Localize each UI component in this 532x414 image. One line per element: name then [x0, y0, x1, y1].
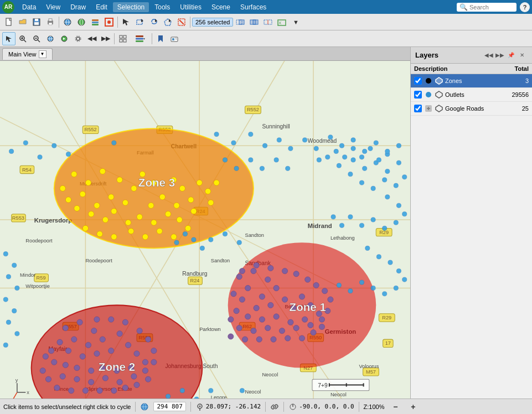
- svg-point-300: [396, 143, 401, 148]
- svg-point-166: [137, 214, 142, 220]
- locate-btn[interactable]: [168, 32, 181, 45]
- layer-row-outlets[interactable]: Outlets 29556: [411, 88, 532, 102]
- selection-count: 256 selected: [195, 19, 230, 25]
- menu-data[interactable]: Data: [18, 2, 40, 12]
- layers-collapse-right[interactable]: ▶▶: [494, 50, 505, 61]
- svg-point-328: [396, 268, 401, 273]
- selection-icon2[interactable]: [247, 15, 261, 29]
- select-polygon[interactable]: [161, 15, 174, 29]
- svg-point-193: [80, 354, 85, 359]
- status-text: Click items to select/unselect right cli…: [3, 403, 131, 410]
- layers-pin[interactable]: 📌: [505, 50, 516, 61]
- menu-utilities[interactable]: Utilities: [175, 2, 206, 12]
- forward-btn[interactable]: ▶▶: [99, 32, 112, 45]
- svg-text:R59: R59: [37, 275, 46, 281]
- selection-icon3[interactable]: [261, 15, 275, 29]
- globe-button[interactable]: [61, 15, 74, 29]
- svg-point-373: [183, 232, 187, 236]
- layer-checkbox-google-roads[interactable]: [414, 105, 422, 112]
- svg-rect-47: [120, 35, 122, 38]
- svg-point-161: [197, 180, 202, 185]
- zoom-in-status[interactable]: +: [406, 400, 420, 413]
- svg-point-264: [322, 288, 327, 293]
- link-indicator[interactable]: [270, 402, 279, 411]
- svg-point-238: [273, 285, 279, 291]
- more-button[interactable]: ▼: [289, 15, 302, 29]
- svg-point-367: [286, 166, 290, 170]
- select-tool[interactable]: [120, 15, 133, 29]
- layer-type-icon-outlets: [435, 90, 443, 99]
- zoom-out-status[interactable]: −: [389, 400, 402, 413]
- svg-point-260: [308, 322, 313, 328]
- save-button[interactable]: [30, 15, 43, 29]
- layer-row-google-roads[interactable]: Google Roads 25: [411, 102, 532, 116]
- back-btn[interactable]: ◀◀: [85, 32, 99, 45]
- menu-scene[interactable]: Scene: [207, 2, 235, 12]
- svg-point-278: [311, 330, 316, 335]
- main-view-tab[interactable]: Main View ▼: [2, 48, 53, 60]
- menu-view[interactable]: View: [42, 2, 65, 12]
- full-extent-btn[interactable]: [44, 32, 57, 45]
- svg-text:Lethabong: Lethabong: [330, 235, 355, 241]
- selection-icon1[interactable]: [234, 15, 247, 29]
- select-lasso[interactable]: [147, 15, 161, 29]
- grid-btn[interactable]: [116, 32, 130, 45]
- svg-point-335: [337, 283, 341, 287]
- menu-draw[interactable]: Draw: [66, 2, 90, 12]
- layer-name-outlets: Outlets: [445, 91, 501, 98]
- layer-row-zones[interactable]: Zones 3: [411, 74, 532, 88]
- svg-point-207: [51, 359, 57, 365]
- globe-status[interactable]: [140, 402, 149, 411]
- svg-point-310: [359, 180, 364, 185]
- svg-point-317: [402, 212, 407, 216]
- svg-text:Sandton: Sandton: [211, 258, 230, 263]
- help-button[interactable]: ?: [520, 2, 530, 12]
- print-button[interactable]: [44, 15, 57, 29]
- svg-point-242: [239, 297, 245, 302]
- main-view-tab-label: Main View: [8, 51, 37, 58]
- layer-icon-google-roads: [424, 104, 433, 113]
- layer-checkbox-zones[interactable]: [414, 77, 422, 85]
- open-button[interactable]: [16, 15, 29, 29]
- new-button[interactable]: [2, 15, 16, 29]
- svg-point-327: [388, 260, 392, 265]
- svg-point-334: [348, 289, 353, 293]
- settings-btn[interactable]: [71, 32, 85, 45]
- svg-marker-399: [436, 77, 442, 84]
- layer-count-zones: 3: [501, 77, 529, 84]
- globe2-button[interactable]: [75, 15, 88, 29]
- bookmark-btn[interactable]: [154, 32, 167, 45]
- layers-icon-btn[interactable]: [89, 15, 102, 29]
- svg-point-212: [102, 375, 108, 381]
- search-input[interactable]: [469, 4, 514, 11]
- search-box[interactable]: 🔍: [457, 3, 516, 12]
- svg-point-16: [107, 20, 111, 24]
- svg-point-245: [299, 294, 304, 299]
- layers-close[interactable]: ✕: [516, 50, 528, 61]
- svg-point-311: [348, 172, 353, 177]
- menu-tools[interactable]: Tools: [150, 2, 174, 12]
- menu-selection[interactable]: Selection: [113, 2, 149, 12]
- layer-checkbox-outlets[interactable]: [414, 91, 422, 99]
- zoom-out-tool[interactable]: [30, 32, 43, 45]
- highlight-button[interactable]: [102, 15, 116, 29]
- arrow-tool[interactable]: [2, 32, 16, 45]
- svg-point-377: [351, 146, 355, 151]
- select-rect[interactable]: [133, 15, 147, 29]
- menu-surfaces[interactable]: Surfaces: [236, 2, 271, 12]
- zoom-in-tool[interactable]: [16, 32, 29, 45]
- previous-extent-btn[interactable]: [58, 32, 71, 45]
- map-viewport[interactable]: R552 R552 R552 R54 R553 R24 R59 R24: [0, 61, 410, 399]
- layers-collapse-left[interactable]: ◀◀: [483, 50, 494, 61]
- deselect-button[interactable]: [175, 15, 188, 29]
- svg-rect-3: [34, 22, 39, 25]
- layer-dropdown-btn[interactable]: [130, 32, 150, 45]
- menu-edit[interactable]: Edit: [91, 2, 112, 12]
- tab-dropdown-btn[interactable]: ▼: [39, 50, 47, 58]
- svg-point-155: [159, 194, 165, 200]
- selection-indicator: 256 selected: [192, 18, 233, 27]
- svg-point-378: [359, 155, 364, 159]
- svg-point-156: [148, 203, 154, 208]
- svg-point-241: [254, 305, 259, 310]
- export-button[interactable]: X: [275, 15, 288, 29]
